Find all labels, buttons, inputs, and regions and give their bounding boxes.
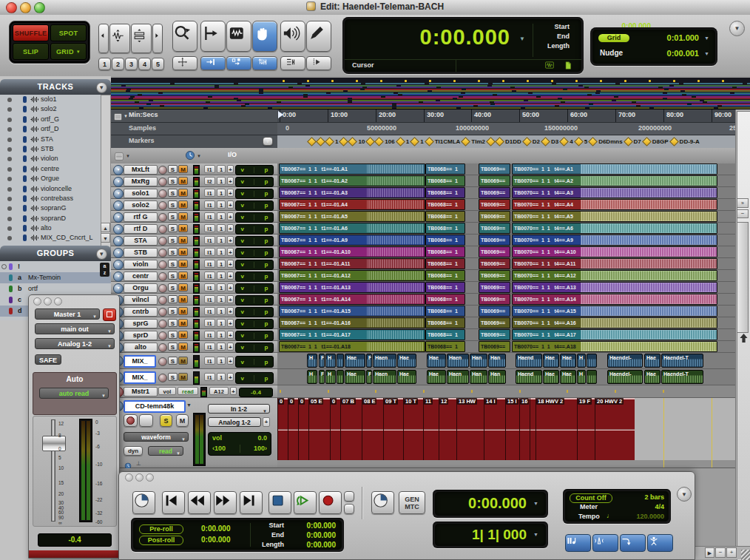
track-name[interactable]: STB [124,248,158,257]
track-name[interactable]: rtf D [124,224,158,234]
track-record-button[interactable] [158,357,167,366]
track-vol-pan[interactable]: vp [235,319,274,329]
track-show-dot[interactable] [7,206,12,211]
audio-clip[interactable]: TB0067== 1 1 t1==-01.A3 [279,187,425,198]
track-mute-button[interactable]: M [178,177,188,185]
zoom-preset-2[interactable]: 2 [112,58,124,70]
track-record-button[interactable] [158,213,167,222]
audio-clip[interactable]: TB0068== 1 [425,329,465,340]
track-solo-button[interactable]: S [168,373,178,381]
audio-clip[interactable]: TB0067== 1 1 t1==-01.A10 [279,246,425,257]
track-options-button[interactable]: + [227,373,234,381]
cd-clip[interactable]: 18 HWV 2 [536,398,577,460]
track-shrink-button[interactable]: − [737,209,749,218]
meter-value[interactable]: 4/4 [655,503,664,510]
cd-clip[interactable]: 14 I [484,398,505,460]
track-output-button[interactable]: 1 [217,260,226,268]
audio-clip[interactable]: TB0069== [479,258,510,269]
track-output-button[interactable]: 1 [217,357,226,365]
zoom-button[interactable] [54,297,62,306]
track-options-button[interactable]: + [227,236,234,244]
marker-diamond-icon[interactable] [541,137,550,146]
track-output-button[interactable]: 1 [217,343,226,351]
sidebar-track-item[interactable]: solo2 [0,104,111,114]
audio-clip[interactable]: TB0070== 1 1 t4==.A18 [512,341,717,352]
sidebar-track-name[interactable]: solo1 [41,95,57,103]
post-roll-value[interactable]: 0:00.000 [201,536,230,544]
track-mute-button[interactable]: M [178,373,188,381]
grid-mode-button[interactable]: Grid [598,34,629,42]
selector-tool-button[interactable] [226,21,251,52]
audio-clip[interactable]: TB0068== 1 [425,175,465,186]
sidebar-track-item[interactable]: violoncelle [0,184,111,194]
cd-clip[interactable]: 16 [519,398,530,460]
track-vol-pan[interactable]: vp [235,212,274,223]
master-output-button[interactable]: A12 [209,387,229,395]
sidebar-track-name[interactable]: violoncelle [41,185,72,192]
audio-clip[interactable]: TB0070== 1 1 t4==.A4 [512,199,717,210]
track-vol-pan[interactable]: vp [235,356,274,368]
audio-clip[interactable]: TB0067== 1 1 t1==-01.A5 [279,211,425,222]
track-list-view-icon[interactable] [114,151,124,161]
track-show-dot[interactable] [7,197,12,201]
move-tool-button[interactable] [172,56,197,70]
track-options-button[interactable]: + [227,212,234,220]
counter-dropdown-icon[interactable]: ▼ [519,36,525,42]
mix-clip[interactable]: Hae [397,370,416,384]
track-show-dot[interactable] [7,167,12,172]
online-button[interactable] [132,491,155,514]
marker-label[interactable]: TIm2 [471,138,485,145]
track-record-button[interactable] [158,272,167,281]
zoomer-tool-button[interactable] [172,21,197,52]
track-vol-pan[interactable]: vp [235,189,274,199]
track-solo-button[interactable]: S [168,224,178,232]
audio-clip[interactable]: TB0068== 1 [425,211,465,222]
audio-clip[interactable]: TB0070== 1 1 t4==.A6 [512,223,717,234]
sidebar-track-item[interactable]: contrebass [0,194,111,203]
track-mute-button[interactable]: M [178,331,188,339]
track-vol-pan[interactable]: vp [235,331,274,341]
marker-diamond-icon[interactable] [410,137,419,146]
track-input-button[interactable]: I1 [204,357,215,365]
close-button[interactable] [33,297,41,306]
ruler-view-icon[interactable] [113,111,123,120]
marker-diamond-icon[interactable] [669,137,679,146]
mix-clip[interactable]: H [577,370,586,384]
mix-clip[interactable]: Hae [543,354,559,368]
track-record-button[interactable] [158,331,167,340]
transport-expand-top-button[interactable] [344,491,354,502]
track-show-dot[interactable] [7,236,12,240]
audio-clip[interactable]: TB0068== 1 [425,258,465,269]
track-output-button[interactable]: 1 [217,283,226,291]
post-roll-button[interactable]: Post-roll [139,536,183,545]
track-record-button[interactable] [158,225,167,234]
start-value[interactable]: 0:00.000 [307,522,336,530]
track-input-button[interactable]: I1 [204,200,215,209]
audio-clip[interactable]: TB0070== 1 1 t4==.A16 [512,317,717,328]
track-record-button[interactable] [158,260,167,269]
fader-knob[interactable] [42,436,66,451]
track-mute-button[interactable]: M [178,271,188,280]
track-record-button[interactable] [158,308,167,317]
audio-clip[interactable]: TB0068== 1 [425,246,465,257]
master-track-lane[interactable] [277,385,736,398]
track-options-button[interactable]: + [227,224,234,232]
mix-clip[interactable]: Haen [447,354,469,368]
mix-track-lane[interactable]: HFHHaeFHaenHaeHaeHaenHanHanHaendHaeHaeHH… [277,353,736,369]
track-input-button[interactable]: I1 [204,236,215,244]
track-solo-button[interactable]: S [168,271,178,280]
track-collapse-button[interactable]: ▾ [113,271,124,282]
track-vol-pan[interactable]: vp [235,307,274,317]
track-show-dot[interactable] [7,118,12,122]
timebase-clock-icon[interactable] [185,150,195,161]
track-name[interactable]: cntrb [124,307,158,317]
master-auto-button[interactable]: read [178,387,198,395]
track-solo-button[interactable]: S [168,248,178,256]
marker-diamond-icon[interactable] [588,137,598,146]
metronome-button[interactable] [592,534,618,552]
minimize-button[interactable] [44,297,52,306]
track-mute-button[interactable]: M [178,248,188,256]
track-show-dot[interactable] [7,187,12,192]
track-mute-button[interactable]: M [176,414,189,427]
zoom-in-button[interactable] [152,24,163,53]
